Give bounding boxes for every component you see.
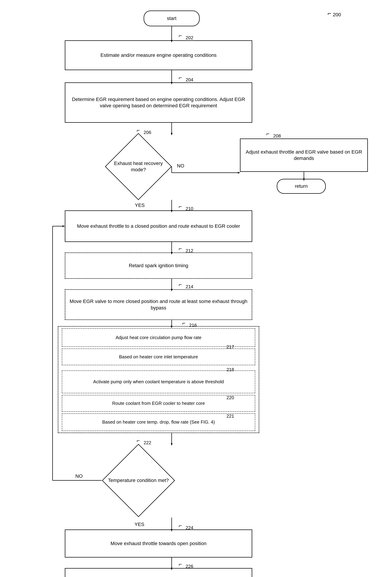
figure-ref-mark: ⌐	[327, 10, 331, 17]
node-216a: Adjust heat core circulation pump flow r…	[62, 328, 255, 347]
start-node: start	[144, 10, 200, 26]
diamond-222-text: Temperature condition met?	[105, 476, 171, 485]
diamond-222-wrapper: Temperature condition met?	[101, 444, 175, 517]
ref-204: 204	[186, 77, 193, 83]
yes-206-label: YES	[135, 203, 145, 208]
ref-206-mark: ⌐	[137, 127, 140, 134]
node-221: Based on heater core temp. drop, flow ra…	[62, 413, 255, 431]
node-224: Move exhaust throttle towards open posit…	[65, 530, 252, 558]
node-212-text: Retard spark ignition timing	[126, 261, 191, 270]
node-220: Route coolant from EGR cooler to heater …	[62, 395, 255, 412]
node-214: Move EGR valve to more closed position a…	[65, 289, 252, 320]
node-210: Move exhaust throttle to a closed positi…	[65, 210, 252, 242]
yes-222-label: YES	[134, 522, 144, 527]
ref-202: 202	[186, 35, 193, 40]
diamond-222-label: Temperature condition met?	[101, 444, 175, 517]
ref-224-mark: ⌐	[179, 522, 182, 529]
ref-204-mark: ⌐	[179, 74, 182, 81]
node-214-text: Move EGR valve to more closed position a…	[65, 297, 252, 312]
node-216-group: Adjust heat core circulation pump flow r…	[58, 326, 259, 433]
node-220-text: Route coolant from EGR cooler to heater …	[110, 399, 207, 407]
node-226: Adjust EGR valve towards open position i…	[65, 568, 252, 577]
node-216a-text: Adjust heat core circulation pump flow r…	[113, 334, 203, 342]
ref-212-mark: ⌐	[179, 246, 182, 252]
return1-label: return	[292, 182, 310, 191]
no-206-label: NO	[177, 163, 184, 169]
node-218-text: Activate pump only when coolant temperat…	[91, 378, 226, 386]
node-202: Estimate and/or measure engine operating…	[65, 40, 252, 70]
flowchart-diagram: 200 ⌐ start 202 ⌐ Estimate and/or measur…	[0, 0, 392, 577]
ref-216: 216	[189, 323, 197, 328]
node-224-text: Move exhaust throttle towards open posit…	[108, 539, 209, 548]
node-208-text: Adjust exhaust throttle and EGR valve ba…	[240, 147, 367, 163]
svg-marker-32	[63, 225, 65, 227]
ref-216-mark: ⌐	[182, 320, 186, 326]
ref-202-mark: ⌐	[179, 33, 182, 39]
ref-208-mark: ⌐	[266, 131, 270, 137]
node-204-text: Determine EGR requirement based on engin…	[65, 95, 252, 110]
ref-214: 214	[186, 284, 193, 289]
return1-node: return	[277, 179, 326, 194]
node-202-text: Estimate and/or measure engine operating…	[98, 51, 219, 60]
svg-marker-8	[238, 172, 240, 174]
node-204: Determine EGR requirement based on engin…	[65, 82, 252, 123]
node-212: Retard spark ignition timing	[65, 252, 252, 279]
node-208: Adjust exhaust throttle and EGR valve ba…	[240, 139, 368, 172]
diamond-206-text: Exhaust heat recovery mode?	[105, 159, 172, 175]
diamond-206-label: Exhaust heat recovery mode?	[105, 133, 172, 200]
figure-number: 200	[333, 12, 341, 18]
node-210-text: Move exhaust throttle to a closed positi…	[75, 222, 243, 231]
ref-226-mark: ⌐	[179, 561, 182, 568]
ref-222-mark: ⌐	[137, 437, 140, 444]
diamond-206-wrapper: Exhaust heat recovery mode?	[105, 133, 172, 200]
node-218: Activate pump only when coolant temperat…	[62, 370, 255, 393]
node-221-text: Based on heater core temp. drop, flow ra…	[100, 418, 217, 426]
node-217: Based on heater core inlet temperature	[62, 349, 255, 365]
start-label: start	[164, 14, 179, 23]
ref-208: 208	[273, 133, 281, 139]
no-222-label: NO	[75, 473, 83, 479]
ref-214-mark: ⌐	[179, 281, 182, 288]
node-217-text: Based on heater core inlet temperature	[117, 353, 200, 361]
ref-210-mark: ⌐	[179, 203, 182, 210]
